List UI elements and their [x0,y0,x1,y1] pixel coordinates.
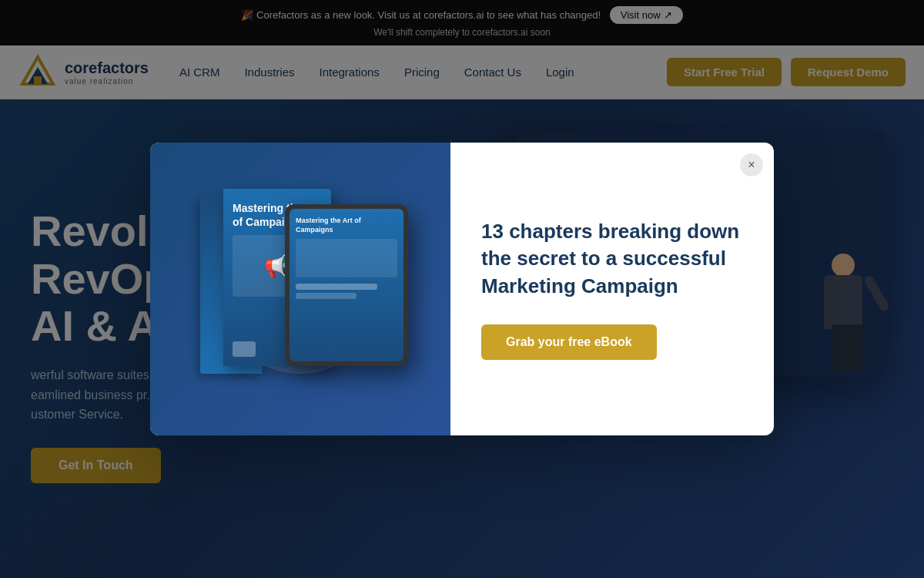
grab-ebook-button[interactable]: Grab your free eBook [481,324,657,360]
modal-headline: 13 chapters breaking down the secret to … [481,218,743,299]
modal-close-button[interactable]: × [740,153,763,176]
tablet-screen: Mastering the Art of Campaigns [290,209,403,361]
modal-content-section: 13 chapters breaking down the secret to … [450,143,774,435]
tablet-device: Mastering the Art of Campaigns [285,204,408,366]
book-illustration: Mastering the Art of Campaigns 📢 Masteri… [177,166,424,412]
tablet-decoration [296,239,397,277]
tablet-title: Mastering the Art of Campaigns [296,217,397,234]
modal-book-section: Mastering the Art of Campaigns 📢 Masteri… [150,143,450,435]
ebook-modal: × Mastering the Art of Campaigns 📢 Maste… [150,143,774,435]
modal-overlay[interactable]: × Mastering the Art of Campaigns 📢 Maste… [0,0,924,578]
book-cover-logo [233,341,256,357]
